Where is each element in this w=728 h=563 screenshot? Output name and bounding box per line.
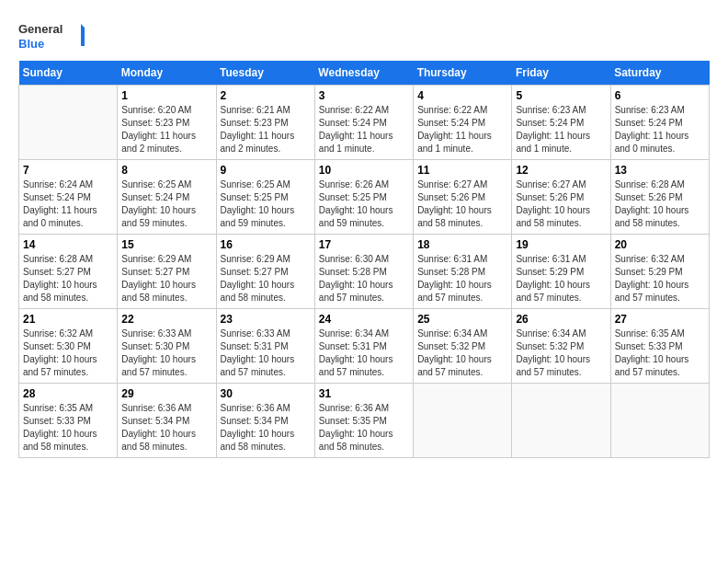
calendar-cell: 25Sunrise: 6:34 AM Sunset: 5:32 PM Dayli… [414, 309, 512, 384]
day-info: Sunrise: 6:29 AM Sunset: 5:27 PM Dayligh… [221, 253, 311, 304]
day-number: 15 [121, 238, 211, 251]
day-info: Sunrise: 6:30 AM Sunset: 5:28 PM Dayligh… [319, 253, 409, 304]
calendar-cell: 7Sunrise: 6:24 AM Sunset: 5:24 PM Daylig… [19, 160, 118, 235]
day-info: Sunrise: 6:33 AM Sunset: 5:31 PM Dayligh… [221, 327, 311, 379]
day-number: 16 [221, 238, 311, 251]
day-number: 21 [23, 313, 113, 326]
calendar-week-2: 7Sunrise: 6:24 AM Sunset: 5:24 PM Daylig… [19, 160, 710, 235]
day-number: 23 [221, 313, 311, 326]
day-info: Sunrise: 6:26 AM Sunset: 5:25 PM Dayligh… [319, 178, 409, 230]
calendar-cell: 26Sunrise: 6:34 AM Sunset: 5:32 PM Dayli… [512, 309, 610, 384]
calendar-cell: 20Sunrise: 6:32 AM Sunset: 5:29 PM Dayli… [610, 235, 709, 309]
day-number: 13 [615, 164, 705, 177]
day-number: 5 [516, 89, 606, 102]
calendar-cell: 30Sunrise: 6:36 AM Sunset: 5:34 PM Dayli… [216, 384, 314, 458]
day-info: Sunrise: 6:34 AM Sunset: 5:32 PM Dayligh… [417, 327, 507, 379]
day-info: Sunrise: 6:36 AM Sunset: 5:35 PM Dayligh… [319, 402, 409, 454]
calendar-cell: 10Sunrise: 6:26 AM Sunset: 5:25 PM Dayli… [314, 160, 413, 235]
day-info: Sunrise: 6:24 AM Sunset: 5:24 PM Dayligh… [23, 178, 113, 230]
day-number: 17 [319, 238, 409, 251]
day-info: Sunrise: 6:35 AM Sunset: 5:33 PM Dayligh… [23, 402, 113, 454]
col-header-sunday: Sunday [19, 61, 118, 86]
calendar-cell: 17Sunrise: 6:30 AM Sunset: 5:28 PM Dayli… [314, 235, 413, 309]
calendar-cell: 23Sunrise: 6:33 AM Sunset: 5:31 PM Dayli… [216, 309, 314, 384]
day-number: 11 [417, 164, 507, 177]
day-info: Sunrise: 6:33 AM Sunset: 5:30 PM Dayligh… [121, 327, 211, 379]
day-info: Sunrise: 6:32 AM Sunset: 5:30 PM Dayligh… [23, 327, 113, 379]
day-info: Sunrise: 6:34 AM Sunset: 5:31 PM Dayligh… [319, 327, 409, 379]
calendar-cell [19, 86, 118, 160]
calendar-cell: 11Sunrise: 6:27 AM Sunset: 5:26 PM Dayli… [414, 160, 512, 235]
day-number: 22 [121, 313, 211, 326]
col-header-friday: Friday [512, 61, 610, 86]
calendar-cell: 19Sunrise: 6:31 AM Sunset: 5:29 PM Dayli… [512, 235, 610, 309]
calendar-cell: 15Sunrise: 6:29 AM Sunset: 5:27 PM Dayli… [118, 235, 216, 309]
day-number: 26 [516, 313, 606, 326]
calendar-cell: 14Sunrise: 6:28 AM Sunset: 5:27 PM Dayli… [19, 235, 118, 309]
day-info: Sunrise: 6:36 AM Sunset: 5:34 PM Dayligh… [221, 402, 311, 454]
day-info: Sunrise: 6:25 AM Sunset: 5:24 PM Dayligh… [121, 178, 211, 230]
logo-svg: General Blue [18, 18, 92, 55]
day-info: Sunrise: 6:34 AM Sunset: 5:32 PM Dayligh… [516, 327, 606, 379]
calendar-cell: 6Sunrise: 6:23 AM Sunset: 5:24 PM Daylig… [610, 86, 709, 160]
calendar-cell: 9Sunrise: 6:25 AM Sunset: 5:25 PM Daylig… [216, 160, 314, 235]
col-header-tuesday: Tuesday [216, 61, 314, 86]
day-number: 24 [319, 313, 409, 326]
calendar-cell: 21Sunrise: 6:32 AM Sunset: 5:30 PM Dayli… [19, 309, 118, 384]
day-info: Sunrise: 6:28 AM Sunset: 5:26 PM Dayligh… [615, 178, 705, 230]
day-number: 25 [417, 313, 507, 326]
calendar-cell [512, 384, 610, 458]
day-number: 31 [319, 387, 409, 400]
col-header-wednesday: Wednesday [314, 61, 413, 86]
calendar-cell [414, 384, 512, 458]
calendar-week-4: 21Sunrise: 6:32 AM Sunset: 5:30 PM Dayli… [19, 309, 710, 384]
calendar-cell: 3Sunrise: 6:22 AM Sunset: 5:24 PM Daylig… [314, 86, 413, 160]
day-number: 19 [516, 238, 606, 251]
day-info: Sunrise: 6:20 AM Sunset: 5:23 PM Dayligh… [121, 104, 211, 155]
calendar-header-row: SundayMondayTuesdayWednesdayThursdayFrid… [19, 61, 710, 86]
day-number: 1 [121, 89, 211, 102]
day-number: 3 [319, 89, 409, 102]
day-info: Sunrise: 6:27 AM Sunset: 5:26 PM Dayligh… [516, 178, 606, 230]
day-info: Sunrise: 6:31 AM Sunset: 5:29 PM Dayligh… [516, 253, 606, 304]
calendar-cell: 28Sunrise: 6:35 AM Sunset: 5:33 PM Dayli… [19, 384, 118, 458]
calendar-cell: 27Sunrise: 6:35 AM Sunset: 5:33 PM Dayli… [610, 309, 709, 384]
col-header-saturday: Saturday [610, 61, 709, 86]
svg-text:Blue: Blue [18, 37, 44, 51]
calendar-cell: 4Sunrise: 6:22 AM Sunset: 5:24 PM Daylig… [414, 86, 512, 160]
calendar-cell: 29Sunrise: 6:36 AM Sunset: 5:34 PM Dayli… [118, 384, 216, 458]
day-number: 14 [23, 238, 113, 251]
calendar-cell: 2Sunrise: 6:21 AM Sunset: 5:23 PM Daylig… [216, 86, 314, 160]
calendar-cell: 24Sunrise: 6:34 AM Sunset: 5:31 PM Dayli… [314, 309, 413, 384]
calendar-week-5: 28Sunrise: 6:35 AM Sunset: 5:33 PM Dayli… [19, 384, 710, 458]
day-info: Sunrise: 6:21 AM Sunset: 5:23 PM Dayligh… [221, 104, 311, 155]
day-info: Sunrise: 6:28 AM Sunset: 5:27 PM Dayligh… [23, 253, 113, 304]
day-info: Sunrise: 6:22 AM Sunset: 5:24 PM Dayligh… [319, 104, 409, 155]
day-number: 12 [516, 164, 606, 177]
svg-marker-2 [81, 24, 88, 46]
day-info: Sunrise: 6:27 AM Sunset: 5:26 PM Dayligh… [417, 178, 507, 230]
calendar-cell: 12Sunrise: 6:27 AM Sunset: 5:26 PM Dayli… [512, 160, 610, 235]
calendar-week-1: 1Sunrise: 6:20 AM Sunset: 5:23 PM Daylig… [19, 86, 710, 160]
day-number: 20 [615, 238, 705, 251]
calendar-cell [610, 384, 709, 458]
day-info: Sunrise: 6:31 AM Sunset: 5:28 PM Dayligh… [417, 253, 507, 304]
day-info: Sunrise: 6:23 AM Sunset: 5:24 PM Dayligh… [615, 104, 705, 155]
calendar-cell: 5Sunrise: 6:23 AM Sunset: 5:24 PM Daylig… [512, 86, 610, 160]
calendar-cell: 31Sunrise: 6:36 AM Sunset: 5:35 PM Dayli… [314, 384, 413, 458]
day-number: 7 [23, 164, 113, 177]
calendar-cell: 18Sunrise: 6:31 AM Sunset: 5:28 PM Dayli… [414, 235, 512, 309]
col-header-monday: Monday [118, 61, 216, 86]
day-number: 28 [23, 387, 113, 400]
day-number: 27 [615, 313, 705, 326]
logo: General Blue [18, 18, 92, 55]
day-number: 10 [319, 164, 409, 177]
svg-text:General: General [18, 22, 63, 36]
calendar-cell: 8Sunrise: 6:25 AM Sunset: 5:24 PM Daylig… [118, 160, 216, 235]
day-number: 2 [221, 89, 311, 102]
day-info: Sunrise: 6:25 AM Sunset: 5:25 PM Dayligh… [221, 178, 311, 230]
calendar-cell: 16Sunrise: 6:29 AM Sunset: 5:27 PM Dayli… [216, 235, 314, 309]
day-info: Sunrise: 6:23 AM Sunset: 5:24 PM Dayligh… [516, 104, 606, 155]
page-header: General Blue [18, 18, 710, 55]
day-number: 30 [221, 387, 311, 400]
